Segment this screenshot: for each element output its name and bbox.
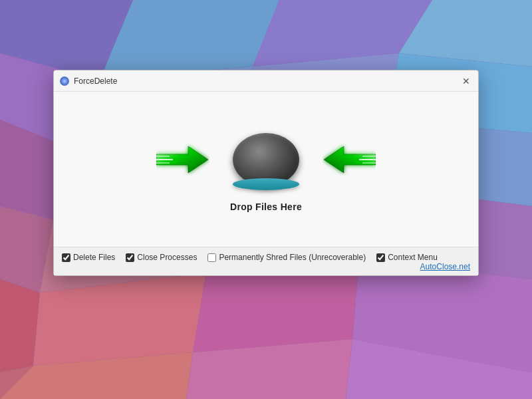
checkbox-delete-files-input[interactable] — [62, 253, 70, 262]
window-title: ForceDelete — [74, 76, 460, 86]
checkboxes-bar: Delete Files Close Processes Permanently… — [54, 247, 478, 275]
window-body: Drop Files Here — [54, 92, 478, 247]
checkbox-close-processes[interactable]: Close Processes — [126, 253, 197, 262]
arrow-left-icon — [156, 140, 209, 180]
checkbox-shred-files-input[interactable] — [207, 253, 216, 262]
checkbox-context-menu-label: Context Menu — [388, 253, 438, 262]
app-icon — [59, 76, 70, 86]
checkbox-context-menu-input[interactable] — [376, 253, 385, 262]
checkbox-shred-files-label: Permanently Shred Files (Unrecoverable) — [219, 253, 366, 262]
close-button[interactable]: ✕ — [460, 74, 473, 88]
title-bar: ForceDelete ✕ — [54, 70, 478, 92]
app-window: ForceDelete ✕ — [53, 70, 479, 276]
drop-label: Drop Files Here — [230, 201, 302, 212]
checkbox-delete-files-label: Delete Files — [73, 253, 115, 262]
checkbox-context-menu[interactable]: Context Menu — [376, 253, 438, 262]
svg-point-26 — [63, 80, 66, 82]
checkbox-close-processes-label: Close Processes — [137, 253, 197, 262]
checkbox-delete-files[interactable]: Delete Files — [62, 253, 115, 262]
checkbox-close-processes-input[interactable] — [126, 253, 134, 262]
arrow-right-icon — [323, 140, 376, 180]
drop-area[interactable] — [156, 130, 376, 190]
disk-icon — [229, 130, 303, 190]
checkbox-shred-files[interactable]: Permanently Shred Files (Unrecoverable) — [207, 253, 366, 262]
autoclose-link[interactable]: AutoClose.net — [420, 262, 470, 271]
